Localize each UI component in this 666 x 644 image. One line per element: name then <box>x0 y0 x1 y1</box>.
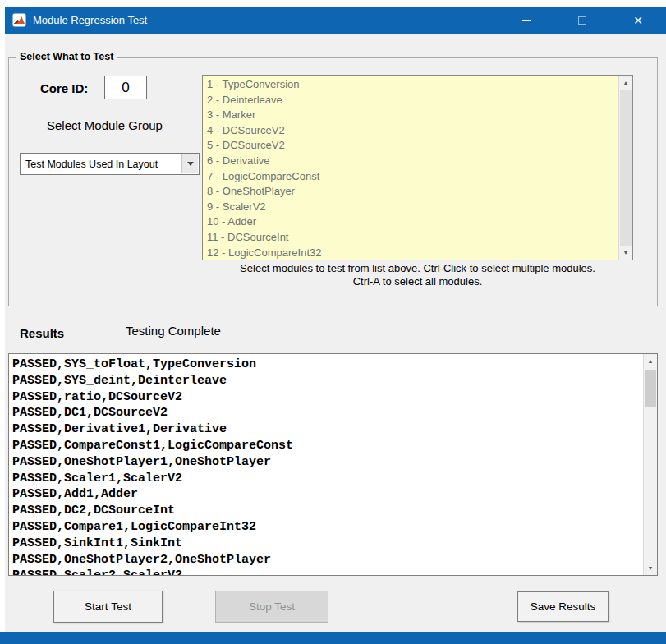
result-line[interactable]: PASSED,CompareConst1,LogicCompareConst <box>12 438 643 454</box>
result-line[interactable]: PASSED,ratio,DCSourceV2 <box>12 389 643 406</box>
module-list-item[interactable]: 3 - Marker <box>207 108 618 123</box>
close-icon: ✕ <box>633 14 643 27</box>
close-button[interactable]: ✕ <box>610 7 666 34</box>
scrollbar-thumb[interactable] <box>645 370 656 407</box>
window-controls: ✕ <box>498 7 666 34</box>
result-line[interactable]: PASSED,DC1,DCSourceV2 <box>12 405 643 421</box>
module-group-dropdown[interactable]: Test Modules Used In Layout <box>20 153 200 175</box>
result-line[interactable]: PASSED,Compare1,LogicCompareInt32 <box>12 519 643 536</box>
core-id-input[interactable] <box>104 76 147 99</box>
module-list-items: 1 - TypeConversion 2 - Deinterleave 3 - … <box>203 76 618 260</box>
result-line[interactable]: PASSED,SYS_toFloat,TypeConversion <box>12 356 643 373</box>
module-list-item[interactable]: 9 - ScalerV2 <box>207 200 618 215</box>
select-what-to-test-panel: Select What to Test Core ID: Select Modu… <box>8 58 658 306</box>
minimize-button[interactable] <box>498 7 554 34</box>
result-line[interactable]: PASSED,SYS_deint,Deinterleave <box>12 373 643 389</box>
module-list-item[interactable]: 4 - DCSourceV2 <box>207 123 618 139</box>
module-list-item[interactable]: 12 - LogicCompareInt32 <box>207 246 618 260</box>
module-select-hint-line1: Select modules to test from list above. … <box>202 262 633 275</box>
save-results-button[interactable]: Save Results <box>517 591 609 622</box>
window-body: Select What to Test Core ID: Select Modu… <box>5 34 666 632</box>
module-list-item[interactable]: 11 - DCSourceInt <box>207 230 618 246</box>
scroll-down-icon[interactable]: ▼ <box>619 246 632 260</box>
minimize-icon <box>522 20 531 21</box>
window-title: Module Regression Test <box>33 14 147 26</box>
module-list-item[interactable]: 6 - Derivative <box>207 154 618 169</box>
matlab-logo-icon <box>12 13 26 27</box>
titlebar: Module Regression Test ✕ <box>5 7 666 34</box>
module-select-hint: Select modules to test from list above. … <box>202 262 633 288</box>
result-line[interactable]: PASSED,OneShotPlayer1,OneShotPlayer <box>12 454 643 471</box>
start-test-button[interactable]: Start Test <box>53 591 163 623</box>
module-group-selected-value: Test Modules Used In Layout <box>21 159 158 170</box>
core-id-label: Core ID: <box>40 81 88 95</box>
scrollbar-thumb[interactable] <box>620 90 632 246</box>
module-listbox[interactable]: 1 - TypeConversion 2 - Deinterleave 3 - … <box>202 75 633 260</box>
result-line[interactable]: PASSED,Scaler2,ScalerV2 <box>12 568 643 575</box>
results-listbox[interactable]: PASSED,SYS_toFloat,TypeConversion PASSED… <box>8 353 658 576</box>
result-line[interactable]: PASSED,Scaler1,ScalerV2 <box>12 471 643 487</box>
module-group-label: Select Module Group <box>47 118 163 132</box>
results-lines: PASSED,SYS_toFloat,TypeConversion PASSED… <box>9 354 643 575</box>
chevron-down-icon[interactable] <box>181 154 198 173</box>
results-scrollbar[interactable]: ▲ ▼ <box>643 354 657 575</box>
module-list-item[interactable]: 10 - Adder <box>207 214 618 230</box>
result-line[interactable]: PASSED,OneShotPlayer2,OneShotPlayer <box>12 552 643 568</box>
result-line[interactable]: PASSED,SinkInt1,SinkInt <box>12 536 643 552</box>
module-list-item[interactable]: 8 - OneShotPlayer <box>207 184 618 200</box>
stop-test-button[interactable]: Stop Test <box>215 591 328 623</box>
module-list-item[interactable]: 7 - LogicCompareConst <box>207 169 618 185</box>
scroll-down-icon[interactable]: ▼ <box>644 561 657 575</box>
module-list-item[interactable]: 5 - DCSourceV2 <box>207 138 618 154</box>
module-list-item[interactable]: 2 - Deinterleave <box>207 93 618 108</box>
maximize-icon <box>578 16 586 25</box>
window-bottom-border <box>0 632 666 644</box>
module-list-scrollbar[interactable]: ▲ ▼ <box>618 76 632 260</box>
scroll-up-icon[interactable]: ▲ <box>619 76 632 90</box>
result-line[interactable]: PASSED,Derivative1,Derivative <box>12 421 643 438</box>
panel-title: Select What to Test <box>16 51 117 62</box>
module-regression-test-window: Module Regression Test ✕ Select What to … <box>0 0 666 644</box>
result-line[interactable]: PASSED,Add1,Adder <box>12 486 643 503</box>
scroll-up-icon[interactable]: ▲ <box>644 354 657 368</box>
results-label: Results <box>20 326 64 340</box>
module-select-hint-line2: Ctrl-A to select all modules. <box>202 275 633 288</box>
module-list-item[interactable]: 1 - TypeConversion <box>207 77 618 93</box>
testing-status-text: Testing Complete <box>126 324 221 338</box>
result-line[interactable]: PASSED,DC2,DCSourceInt <box>12 503 643 519</box>
maximize-button[interactable] <box>554 7 610 34</box>
